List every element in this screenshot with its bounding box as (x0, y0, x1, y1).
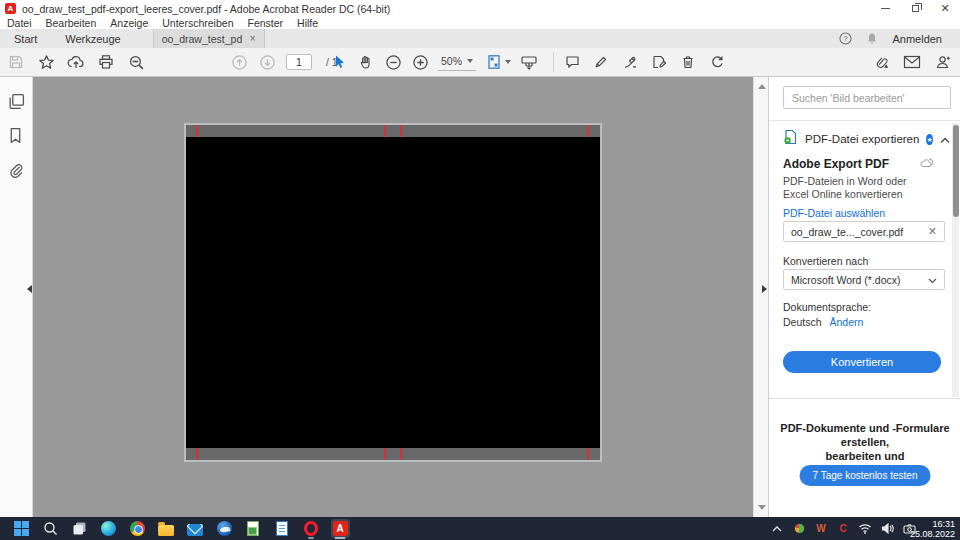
panel-scrollbar[interactable] (952, 123, 959, 397)
zoom-out-icon[interactable] (384, 53, 402, 71)
print-icon[interactable] (97, 53, 115, 71)
windows-start-icon[interactable] (12, 517, 30, 540)
collapse-left-pane-icon[interactable] (27, 285, 32, 293)
restore-button[interactable] (900, 0, 930, 17)
export-pdf-description: PDF-Dateien in Word oder Excel Online ko… (783, 175, 935, 201)
signin-link[interactable]: Anmelden (892, 33, 942, 45)
volume-icon[interactable] (880, 522, 894, 536)
edge-browser-icon[interactable] (99, 517, 117, 540)
bookmarks-icon[interactable] (8, 127, 25, 144)
export-pdf-title: Adobe Export PDF (783, 157, 889, 171)
attachments-icon[interactable] (8, 162, 25, 179)
notifications-bell-icon[interactable] (866, 32, 878, 45)
page-display-icon[interactable] (520, 53, 538, 71)
hand-tool-icon[interactable] (357, 53, 375, 71)
window-controls: ✕ (870, 0, 960, 17)
cloud-upload-icon[interactable] (67, 53, 85, 71)
title-bar: A oo_draw_test_pdf-export_leeres_cover.p… (0, 0, 960, 17)
fit-page-caret-icon (505, 60, 511, 64)
chrome-browser-icon[interactable] (128, 517, 146, 540)
tab-document[interactable]: oo_draw_test_pdf-e... × (153, 29, 265, 48)
save-icon[interactable] (7, 53, 25, 71)
format-select[interactable]: Microsoft Word (*.docx) (783, 269, 945, 290)
taskbar-clock[interactable]: 16:31 25.08.2022 (910, 519, 955, 539)
language-value: Deutsch (783, 316, 822, 328)
next-page-icon[interactable] (258, 53, 276, 71)
scroll-up-icon[interactable] (758, 84, 766, 89)
comment-icon[interactable] (563, 53, 581, 71)
collapse-section-icon[interactable] (940, 130, 950, 148)
acrobat-reader-taskbar-icon[interactable]: A (331, 517, 349, 540)
selected-file-box[interactable]: oo_draw_te..._cover.pdf ✕ (783, 221, 945, 242)
minimize-button[interactable] (870, 0, 900, 17)
zoom-level-dropdown[interactable]: 50% (438, 53, 476, 71)
opera-browser-icon[interactable] (302, 517, 320, 540)
libreoffice-writer-icon[interactable] (273, 517, 291, 540)
help-icon[interactable]: ? (839, 32, 852, 45)
page-number-input[interactable] (286, 54, 312, 70)
scroll-down-icon[interactable] (758, 505, 766, 510)
add-account-icon[interactable] (934, 53, 952, 71)
export-pdf-section: PDF-Datei exportieren ★ Adobe Export PDF… (769, 120, 960, 399)
fit-page-dropdown[interactable] (485, 53, 511, 71)
tray-chevron-up-icon[interactable] (770, 522, 784, 536)
collapse-right-panel-icon[interactable] (762, 285, 767, 293)
select-pdf-link[interactable]: PDF-Datei auswählen (783, 207, 885, 219)
tray-c-app-icon[interactable]: C (836, 522, 850, 536)
tray-green-status-icon[interactable] (792, 522, 806, 536)
wifi-icon[interactable] (858, 522, 872, 536)
menu-anzeige[interactable]: Anzeige (110, 17, 148, 29)
menu-hilfe[interactable]: Hilfe (297, 17, 318, 29)
menu-fenster[interactable]: Fenster (247, 17, 283, 29)
edit-page-icon[interactable] (650, 53, 668, 71)
document-viewer[interactable] (33, 77, 753, 517)
share-icon[interactable] (872, 53, 890, 71)
task-view-icon[interactable] (70, 517, 88, 540)
sign-pen-icon[interactable] (621, 53, 639, 71)
tools-search-input[interactable] (783, 86, 951, 109)
select-tool-icon[interactable] (330, 53, 348, 71)
export-pdf-header[interactable]: PDF-Datei exportieren ★ (783, 129, 937, 149)
premium-badge-icon: ★ (926, 134, 932, 145)
thunderbird-app-icon[interactable] (215, 517, 233, 540)
close-tab-icon[interactable]: × (250, 33, 256, 44)
delete-icon[interactable] (679, 53, 697, 71)
change-language-link[interactable]: Ändern (830, 316, 864, 328)
rotate-icon[interactable] (708, 53, 726, 71)
crop-mark (384, 125, 386, 137)
mail-app-icon[interactable] (186, 517, 204, 540)
promo-line: bearbeiten und (777, 449, 953, 463)
highlight-icon[interactable] (592, 53, 610, 71)
taskbar-search-icon[interactable] (41, 517, 59, 540)
file-explorer-icon[interactable] (157, 517, 175, 540)
main-toolbar: / 1 50% (0, 48, 960, 77)
menu-unterschreiben[interactable]: Unterschreiben (162, 17, 233, 29)
document-scrollbar[interactable] (753, 77, 768, 517)
crop-mark (587, 125, 589, 137)
tab-start[interactable]: Start (0, 29, 51, 48)
libreoffice-calc-icon[interactable] (244, 517, 262, 540)
page-thumbnails-icon[interactable] (8, 93, 25, 110)
crop-mark (400, 448, 402, 460)
tab-bar: Start Werkzeuge oo_draw_test_pdf-e... × … (0, 29, 960, 48)
convert-button[interactable]: Konvertieren (783, 351, 941, 373)
free-trial-button[interactable]: 7 Tage kostenlos testen (800, 465, 931, 486)
main-area: PDF-Datei exportieren ★ Adobe Export PDF… (0, 77, 960, 517)
crop-mark (196, 125, 198, 137)
close-button[interactable]: ✕ (930, 0, 960, 17)
document-language-label: Dokumentsprache: (783, 301, 871, 313)
previous-page-icon[interactable] (230, 53, 248, 71)
tools-panel: PDF-Datei exportieren ★ Adobe Export PDF… (768, 77, 960, 517)
tray-w-app-icon[interactable]: W (814, 522, 828, 536)
remove-file-icon[interactable]: ✕ (928, 225, 937, 238)
panel-scrollbar-thumb[interactable] (953, 125, 959, 217)
search-icon[interactable] (127, 53, 145, 71)
crop-mark (196, 448, 198, 460)
tab-werkzeuge[interactable]: Werkzeuge (51, 29, 134, 48)
zoom-in-icon[interactable] (411, 53, 429, 71)
acrobat-reader-window: A oo_draw_test_pdf-export_leeres_cover.p… (0, 0, 960, 540)
menu-bearbeiten[interactable]: Bearbeiten (46, 17, 97, 29)
menu-datei[interactable]: Datei (7, 17, 32, 29)
star-favorite-icon[interactable] (37, 53, 55, 71)
email-icon[interactable] (903, 53, 921, 71)
